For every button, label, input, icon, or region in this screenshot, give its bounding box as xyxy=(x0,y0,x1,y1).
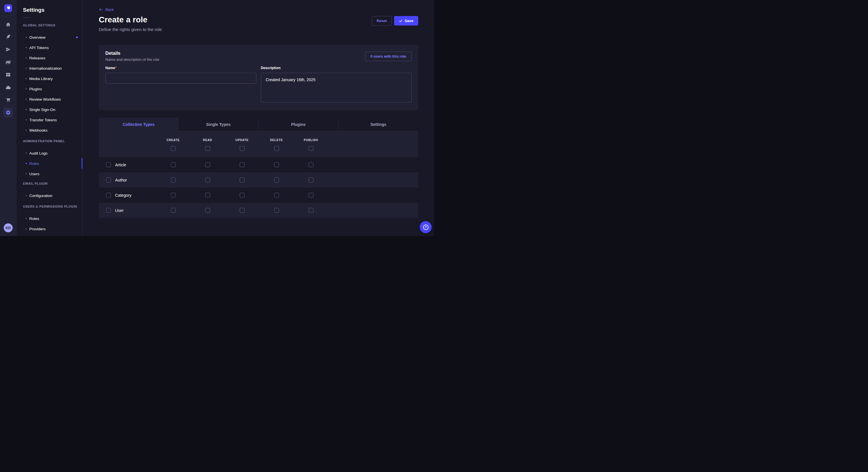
settings-gear-icon[interactable] xyxy=(3,107,13,117)
subnav-item-review-workflows[interactable]: Review Workflows xyxy=(17,94,82,104)
question-mark-icon: ? xyxy=(423,225,429,230)
strapi-logo-icon xyxy=(6,6,10,10)
notification-dot xyxy=(76,36,78,38)
permission-checkbox[interactable] xyxy=(240,208,245,213)
subnav-item-api-tokens[interactable]: API Tokens xyxy=(17,42,82,53)
permission-checkbox[interactable] xyxy=(274,193,279,198)
tab-plugins[interactable]: Plugins xyxy=(258,117,338,131)
tab-collection-types[interactable]: Collection Types xyxy=(99,117,179,131)
bullet-icon xyxy=(26,130,27,131)
marketplace-cart-icon[interactable] xyxy=(2,94,14,105)
subnav-item-roles-up[interactable]: Roles xyxy=(17,213,82,224)
permission-checkbox[interactable] xyxy=(274,162,279,167)
description-label: Description xyxy=(261,66,412,70)
permission-checkbox[interactable] xyxy=(205,162,210,167)
column-select-checkbox-create[interactable] xyxy=(171,146,176,151)
help-button[interactable]: ? xyxy=(420,221,432,233)
permission-checkbox[interactable] xyxy=(171,162,176,167)
subnav-item-transfer-tokens[interactable]: Transfer Tokens xyxy=(17,115,82,125)
home-icon[interactable] xyxy=(2,19,14,30)
cloud-icon[interactable] xyxy=(2,82,14,93)
row-select-checkbox[interactable] xyxy=(106,193,111,198)
permission-checkbox[interactable] xyxy=(171,208,176,213)
bullet-icon xyxy=(26,119,27,121)
row-name: Author xyxy=(115,178,127,182)
deploy-send-icon[interactable] xyxy=(2,43,14,55)
permission-checkbox[interactable] xyxy=(309,193,313,198)
column-header-publish: PUBLISH xyxy=(293,138,328,142)
row-name: Article xyxy=(115,163,126,167)
permissions-table-header: CREATE READ UPDATE DELETE PUBLISH xyxy=(99,131,418,157)
permission-checkbox[interactable] xyxy=(309,162,313,167)
subnav-item-overview[interactable]: Overview xyxy=(17,32,82,42)
row-name: Category xyxy=(115,193,131,198)
permission-checkbox[interactable] xyxy=(274,177,279,182)
subnav-item-webhooks[interactable]: Webhooks xyxy=(17,125,82,135)
save-button[interactable]: Save xyxy=(394,16,418,26)
subnav-item-plugins[interactable]: Plugins xyxy=(17,84,82,94)
bullet-icon xyxy=(26,218,27,219)
details-card-title: Details xyxy=(105,51,159,56)
reset-button[interactable]: Reset xyxy=(372,16,392,26)
role-description-textarea[interactable]: Created January 16th, 2025 xyxy=(261,73,412,102)
back-link[interactable]: Back xyxy=(99,7,114,12)
tab-settings[interactable]: Settings xyxy=(338,117,418,131)
bullet-icon xyxy=(26,68,27,69)
strapi-logo[interactable] xyxy=(4,4,12,12)
table-row-author: Author xyxy=(99,172,418,188)
subnav-item-single-sign-on[interactable]: Single Sign-On xyxy=(17,104,82,115)
permission-checkbox[interactable] xyxy=(240,162,245,167)
table-row-category: Category xyxy=(99,188,418,203)
media-library-icon[interactable] xyxy=(2,57,14,68)
role-name-input[interactable] xyxy=(105,73,256,84)
subnav-item-audit-logs[interactable]: Audit Logs xyxy=(17,148,82,158)
user-avatar[interactable]: KD xyxy=(4,224,12,232)
permission-checkbox[interactable] xyxy=(205,208,210,213)
permission-checkbox[interactable] xyxy=(171,177,176,182)
bullet-icon xyxy=(26,109,27,110)
bullet-icon xyxy=(26,228,27,229)
strapi-admin-app: KD Settings GLOBAL SETTINGS Overview API… xyxy=(0,0,434,236)
tab-single-types[interactable]: Single Types xyxy=(179,117,258,131)
column-select-checkbox-read[interactable] xyxy=(205,146,210,151)
row-select-checkbox[interactable] xyxy=(106,208,111,213)
column-header-update: UPDATE xyxy=(225,138,259,142)
rail-divider xyxy=(0,16,17,16)
subnav-item-media-library[interactable]: Media Library xyxy=(17,73,82,84)
bullet-icon xyxy=(26,173,27,174)
permission-checkbox[interactable] xyxy=(171,193,176,198)
content-manager-icon[interactable] xyxy=(2,31,14,42)
permission-checkbox[interactable] xyxy=(240,177,245,182)
bullet-icon xyxy=(26,78,27,79)
bullet-icon xyxy=(26,153,27,154)
column-header-delete: DELETE xyxy=(259,138,293,142)
permission-checkbox[interactable] xyxy=(205,177,210,182)
column-select-checkbox-update[interactable] xyxy=(240,146,245,151)
subnav-item-providers[interactable]: Providers xyxy=(17,224,82,234)
subnav-item-roles-admin[interactable]: Roles xyxy=(17,158,82,169)
bullet-icon xyxy=(26,195,27,196)
column-select-checkbox-delete[interactable] xyxy=(274,146,279,151)
permission-checkbox[interactable] xyxy=(309,177,313,182)
subnav-item-releases[interactable]: Releases xyxy=(17,53,82,63)
column-header-read: READ xyxy=(190,138,225,142)
required-asterisk: * xyxy=(115,66,117,70)
permission-checkbox[interactable] xyxy=(274,208,279,213)
table-row-user: User xyxy=(99,203,418,218)
bullet-icon xyxy=(26,99,27,100)
page-subtitle: Define the rights given to the role xyxy=(99,27,162,32)
details-card-heading: Details Name and description of the role xyxy=(105,51,159,62)
section-header-email-plugin: EMAIL PLUGIN xyxy=(23,182,82,185)
settings-subnav: Settings GLOBAL SETTINGS Overview API To… xyxy=(17,0,83,236)
column-select-checkbox-publish[interactable] xyxy=(309,146,313,151)
permission-checkbox[interactable] xyxy=(240,193,245,198)
users-with-role-button[interactable]: 0 users with this role xyxy=(365,52,412,61)
subnav-item-configuration[interactable]: Configuration xyxy=(17,191,82,201)
subnav-item-internationalization[interactable]: Internationalization xyxy=(17,63,82,73)
permission-checkbox[interactable] xyxy=(205,193,210,198)
content-type-builder-icon[interactable] xyxy=(2,69,14,80)
permission-checkbox[interactable] xyxy=(309,208,313,213)
row-select-checkbox[interactable] xyxy=(106,162,111,167)
subnav-item-users[interactable]: Users xyxy=(17,169,82,179)
row-select-checkbox[interactable] xyxy=(106,177,111,182)
